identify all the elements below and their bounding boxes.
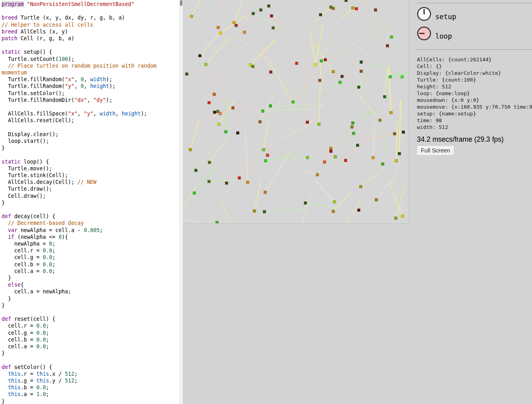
code-lines[interactable]: program "NonPersistentSmellDecrementBase… (0, 0, 179, 404)
code-line[interactable]: // Helper to access all cells (2, 21, 178, 28)
fullscreen-button[interactable]: Full Screen (417, 146, 454, 155)
app-root: { "editor": { "lines": [ [["kh","program… (0, 0, 532, 404)
performance-stats: 34.2 msecs/frame (29.3 fps) (417, 135, 504, 144)
code-line[interactable]: Turtle.setColor(); (2, 90, 178, 97)
code-line[interactable]: } (2, 144, 178, 151)
code-line[interactable]: this.g = this.y / 512; (2, 377, 178, 384)
code-line[interactable]: Turtle.stink(Cell); (2, 172, 178, 179)
code-line[interactable]: Turtle.move(); (2, 165, 178, 172)
code-line[interactable]: if (newAlpha <= 0){ (2, 234, 178, 240)
code-line[interactable]: cell.a = newAlpha; (2, 288, 178, 295)
code-line[interactable]: patch Cell (r, g, b, a) (2, 35, 178, 42)
editor-scrollbar[interactable] (179, 0, 183, 404)
code-line[interactable]: cell.a = 0.0; (2, 268, 178, 275)
code-editor[interactable]: program "NonPersistentSmellDecrementBase… (0, 0, 179, 404)
code-line[interactable]: AllCells.fillSpace("x", "y", width, heig… (2, 110, 178, 117)
code-line[interactable] (2, 103, 178, 110)
code-line[interactable]: Turtle.setCount(100); (2, 56, 178, 62)
watch-line: Display: {clearColor:white} (417, 70, 532, 76)
control-panel: setup loop AllCells: {count:262144}Cell:… (411, 0, 532, 404)
loop-button-label[interactable]: loop (435, 32, 452, 41)
code-line[interactable]: } (2, 199, 178, 206)
code-line[interactable]: def reset(cell) { (2, 316, 178, 322)
code-line[interactable]: Cell.draw(); (2, 193, 178, 199)
watch-line: Cell: {} (417, 63, 532, 70)
code-line[interactable] (2, 151, 178, 158)
code-line[interactable]: // Place turtles on random position with… (2, 62, 178, 76)
code-line[interactable]: } (2, 302, 178, 309)
setup-button-label[interactable]: setup (435, 13, 456, 21)
code-line[interactable]: cell.g = 0.0; (2, 254, 178, 261)
code-line[interactable]: def setColor() { (2, 364, 178, 371)
code-line[interactable]: Turtle.fillRandomDir("dx", "dy"); (2, 97, 178, 103)
code-line[interactable]: // Decrement-based decay (2, 220, 178, 226)
code-line[interactable]: Turtle.fillRandom("y", 0, height); (2, 83, 178, 90)
loop-button[interactable]: loop (417, 26, 452, 41)
code-line[interactable] (2, 42, 178, 49)
code-line[interactable]: else{ (2, 281, 178, 288)
watch-line: mousedown: {x:0 y:0} (417, 97, 532, 103)
watch-line: height: 512 (417, 83, 532, 90)
code-line[interactable]: static loop() { (2, 158, 178, 165)
code-line[interactable]: newAlpha = 0; (2, 240, 178, 247)
code-line[interactable]: Display.clear(); (2, 131, 178, 138)
code-line[interactable]: AllCells.decay(Cell); // NEW (2, 179, 178, 185)
watch-line: mousemove: {x:160.935 y:70.750 time:9 (417, 103, 532, 110)
code-line[interactable]: this.b = 0.0; (2, 384, 178, 391)
watch-line: time: 98 (417, 117, 532, 124)
code-line[interactable]: } (2, 398, 178, 404)
code-line[interactable]: } (2, 295, 178, 302)
code-line[interactable]: cell.b = 0.0; (2, 336, 178, 343)
editor-scrollbar-thumb[interactable] (180, 0, 182, 6)
setup-button[interactable]: setup (417, 6, 456, 21)
clock-icon[interactable] (417, 6, 432, 21)
code-line[interactable]: var newAlpha = cell.a - 0.005; (2, 227, 178, 234)
code-line[interactable]: Turtle.draw(); (2, 185, 178, 192)
watch-list: AllCells: {count:262144}Cell: {}Display:… (417, 56, 532, 131)
watch-line: AllCells: {count:262144} (417, 56, 532, 63)
code-line[interactable] (2, 309, 178, 316)
code-line[interactable]: cell.r = 0.0; (2, 247, 178, 254)
code-line[interactable]: } (2, 350, 178, 357)
simulation-canvas[interactable] (183, 0, 409, 224)
code-line[interactable]: static setup() { (2, 49, 178, 55)
code-line[interactable]: cell.a = 0.0; (2, 343, 178, 350)
watch-line: Turtle: {count:100} (417, 76, 532, 83)
code-line[interactable]: cell.r = 0.0; (2, 322, 178, 329)
code-line[interactable] (2, 357, 178, 363)
turtle-layer (183, 0, 408, 223)
code-line[interactable] (2, 8, 178, 14)
code-line[interactable]: program "NonPersistentSmellDecrementBase… (2, 1, 178, 8)
divider-top (417, 3, 532, 3)
code-line[interactable]: this.r = this.x / 512; (2, 371, 178, 377)
code-line[interactable]: } (2, 275, 178, 281)
code-line[interactable]: this.a = 1.0; (2, 391, 178, 398)
code-line[interactable]: cell.b = 0.0; (2, 261, 178, 268)
code-line[interactable]: loop.start(); (2, 138, 178, 144)
code-line[interactable]: def decay(cell) { (2, 213, 178, 220)
code-line[interactable]: breed AllCells (x, y) (2, 28, 178, 35)
code-line[interactable]: breed Turtle (x, y, dx, dy, r, g, b, a) (2, 14, 178, 21)
code-line[interactable]: Turtle.fillRandom("x", 0, width); (2, 76, 178, 83)
code-line[interactable] (2, 206, 178, 213)
code-line[interactable]: AllCells.reset(Cell); (2, 117, 178, 124)
clock-icon[interactable] (417, 26, 432, 41)
watch-line: setup: {name:setup} (417, 110, 532, 117)
code-line[interactable]: cell.g = 0.0; (2, 330, 178, 336)
divider-mid (417, 49, 532, 50)
watch-line: loop: {name:loop} (417, 90, 532, 97)
watch-line: width: 512 (417, 124, 532, 131)
code-line[interactable] (2, 124, 178, 131)
